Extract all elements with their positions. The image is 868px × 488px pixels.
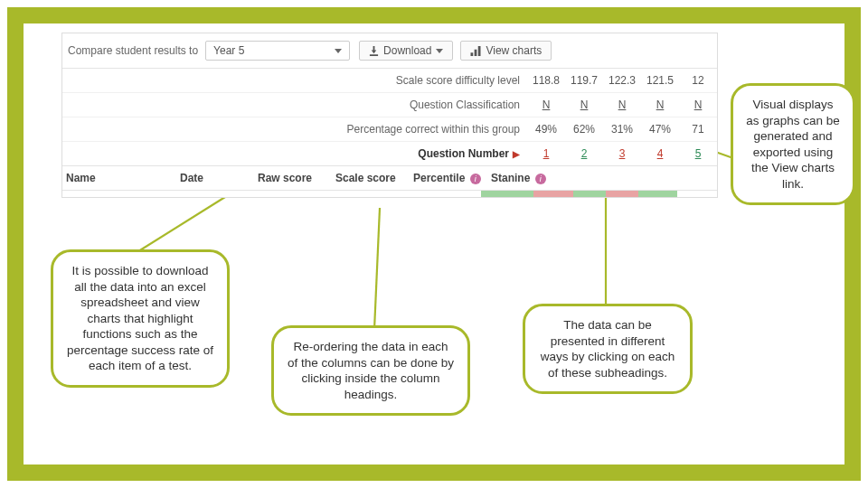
callout-text: Visual displays as graphs can be generat…: [746, 97, 840, 192]
cell: N: [679, 99, 717, 111]
cell: 4: [641, 147, 679, 160]
download-icon: [369, 46, 379, 56]
download-button[interactable]: Download: [359, 41, 453, 61]
row-label: Question Number▶: [185, 147, 527, 160]
cell: 121.5: [641, 74, 679, 87]
callout-text: Re-ordering the data in each of the colu…: [287, 339, 455, 402]
cell: 1: [527, 147, 565, 160]
row-label: Scale score difficulty level: [185, 74, 527, 87]
cell: 71: [679, 123, 717, 136]
row-percentage[interactable]: Percentage correct within this group 49%…: [62, 117, 717, 141]
app-screenshot: Compare student results to Year 5 Downlo…: [61, 33, 718, 198]
cell: 2: [565, 147, 603, 160]
sort-arrow-icon: ▶: [513, 149, 520, 159]
download-button-label: Download: [383, 44, 431, 57]
row-question-number[interactable]: Question Number▶ 1 2 3 4 5: [62, 141, 717, 165]
cell: 122.3: [603, 74, 641, 87]
cell: N: [641, 99, 679, 111]
row-label: Percentage correct within this group: [185, 123, 527, 136]
chevron-down-icon: [436, 49, 443, 53]
summary-rows: Scale score difficulty level 118.8 119.7…: [62, 69, 717, 166]
cell: 119.7: [565, 74, 603, 87]
row-difficulty[interactable]: Scale score difficulty level 118.8 119.7…: [62, 69, 717, 92]
row-classification[interactable]: Question Classification N N N N N: [62, 92, 717, 117]
cell: 3: [603, 147, 641, 160]
col-name[interactable]: Name: [62, 172, 180, 184]
col-percentile[interactable]: Percentile i: [413, 172, 491, 184]
cell: 49%: [527, 123, 565, 136]
col-raw-score[interactable]: Raw score: [258, 172, 335, 184]
col-stanine[interactable]: Stanine i: [491, 172, 569, 184]
chevron-down-icon: [335, 49, 342, 53]
toolbar: Compare student results to Year 5 Downlo…: [62, 33, 717, 69]
cell: 62%: [565, 123, 603, 136]
data-stripe: [62, 191, 717, 197]
callout-download: It is possible to download all the data …: [51, 249, 230, 388]
callout-subheadings: The data can be presented in different w…: [523, 304, 693, 394]
cell: N: [565, 99, 603, 111]
year-select[interactable]: Year 5: [205, 41, 350, 61]
bar-chart-icon: [470, 46, 481, 56]
row-label: Question Classification: [185, 99, 527, 111]
col-scale-score[interactable]: Scale score: [335, 172, 413, 184]
year-select-value: Year 5: [213, 44, 244, 57]
cell: 12: [679, 74, 717, 87]
callout-reorder: Re-ordering the data in each of the colu…: [271, 325, 470, 416]
callout-text: The data can be presented in different w…: [538, 317, 677, 380]
info-icon[interactable]: i: [535, 174, 546, 184]
view-charts-button[interactable]: View charts: [460, 41, 552, 61]
col-date[interactable]: Date: [180, 172, 258, 184]
info-icon[interactable]: i: [470, 174, 481, 184]
cell: 31%: [603, 123, 641, 136]
callout-view-charts: Visual displays as graphs can be generat…: [731, 83, 855, 205]
cell: N: [527, 99, 565, 111]
cell: 47%: [641, 123, 679, 136]
compare-label: Compare student results to: [68, 44, 198, 57]
column-headers: Name Date Raw score Scale score Percenti…: [62, 166, 717, 191]
cell: 5: [679, 147, 717, 160]
view-charts-label: View charts: [486, 44, 542, 57]
cell: 118.8: [527, 74, 565, 87]
cell: N: [603, 99, 641, 111]
callout-text: It is possible to download all the data …: [66, 263, 214, 374]
